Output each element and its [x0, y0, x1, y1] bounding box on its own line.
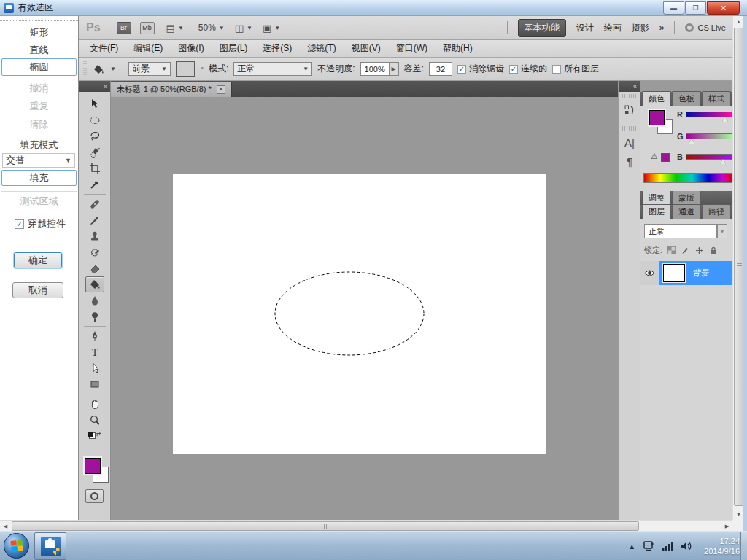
- paragraph-panel-icon[interactable]: ¶: [619, 152, 640, 171]
- taskbar-app-button[interactable]: [34, 532, 66, 560]
- clear-button[interactable]: 清除: [0, 118, 78, 131]
- scroll-up-icon[interactable]: ▲: [733, 16, 744, 27]
- spinner-arrow-icon[interactable]: ▶: [390, 62, 399, 76]
- spot-healing-brush-tool[interactable]: [85, 196, 104, 212]
- dock-expand-icon[interactable]: «: [619, 81, 640, 92]
- eyedropper-tool[interactable]: [85, 176, 104, 192]
- layer-thumbnail[interactable]: [663, 264, 685, 282]
- default-colors-icon[interactable]: ⇄: [88, 429, 101, 438]
- character-panel-icon[interactable]: A|: [619, 133, 640, 152]
- type-tool[interactable]: T: [85, 344, 104, 360]
- blue-slider-handle[interactable]: [720, 159, 726, 164]
- tolerance-input[interactable]: 32: [429, 62, 452, 76]
- menu-filter[interactable]: 滤镜(T): [307, 42, 336, 55]
- contiguous-checkbox[interactable]: ✓ 连续的: [509, 63, 547, 75]
- brush-tool[interactable]: [85, 212, 104, 228]
- hand-tool[interactable]: [85, 396, 104, 412]
- menu-file[interactable]: 文件(F): [90, 42, 118, 55]
- tab-channels[interactable]: 通道: [672, 204, 701, 219]
- scroll-right-icon[interactable]: ▶: [721, 521, 732, 532]
- gamut-color-swatch[interactable]: [661, 153, 670, 162]
- grip-handle[interactable]: [622, 126, 637, 131]
- mode-select[interactable]: 正常 ▼: [233, 62, 312, 76]
- tab-close-icon[interactable]: ✕: [217, 85, 225, 94]
- document-tab[interactable]: 未标题-1 @ 50%(RGB/8) * ✕: [111, 82, 232, 97]
- horizontal-scrollbar[interactable]: ◀ ▶: [0, 520, 732, 531]
- path-selection-tool[interactable]: [85, 360, 104, 376]
- tab-color[interactable]: 颜色: [642, 91, 671, 106]
- workspace-essentials[interactable]: 基本功能: [518, 19, 566, 37]
- screen-mode-icon[interactable]: ▣: [263, 23, 271, 34]
- maximize-button[interactable]: ❐: [685, 1, 706, 15]
- chevron-down-icon[interactable]: ▼: [274, 25, 280, 31]
- menu-edit[interactable]: 编辑(E): [133, 42, 163, 55]
- close-button[interactable]: ✕: [707, 1, 740, 15]
- lock-all-icon[interactable]: [708, 246, 718, 255]
- minimize-button[interactable]: ▬: [663, 1, 684, 15]
- crop-tool[interactable]: [85, 160, 104, 176]
- grip-handle[interactable]: [83, 61, 87, 77]
- cs-live-button[interactable]: CS Live: [685, 23, 726, 32]
- title-bar[interactable]: 有效选区 ▬ ❐ ✕: [0, 0, 747, 16]
- workspace-design[interactable]: 设计: [576, 22, 594, 34]
- document-canvas[interactable]: [173, 174, 546, 454]
- menu-select[interactable]: 选择(S): [263, 42, 292, 55]
- mini-bridge-button[interactable]: Mb: [140, 22, 155, 34]
- horizontal-scroll-thumb[interactable]: [12, 521, 639, 531]
- move-tool[interactable]: [85, 96, 104, 112]
- color-spectrum-ramp[interactable]: [643, 173, 733, 183]
- menu-image[interactable]: 图像(I): [178, 42, 204, 55]
- foreground-color-swatch[interactable]: [85, 458, 101, 474]
- tab-paths[interactable]: 路径: [702, 204, 731, 219]
- undo-button[interactable]: 撤消: [0, 82, 78, 95]
- all-layers-checkbox[interactable]: 所有图层: [552, 63, 599, 75]
- menu-window[interactable]: 窗口(W): [396, 42, 427, 55]
- rectangle-tool[interactable]: [85, 376, 104, 392]
- tab-swatches[interactable]: 色板: [672, 91, 701, 106]
- foreground-color-swatch[interactable]: [649, 110, 665, 125]
- volume-icon[interactable]: [681, 541, 692, 551]
- tab-layers[interactable]: 图层: [642, 204, 671, 219]
- vertical-scroll-thumb[interactable]: [734, 28, 743, 506]
- ok-button[interactable]: 确定: [14, 252, 62, 268]
- clock[interactable]: 17:24 2014/9/16: [704, 536, 740, 556]
- opacity-field[interactable]: 100% ▶: [360, 62, 399, 76]
- bridge-button[interactable]: Br: [117, 22, 131, 34]
- show-desktop-button[interactable]: [740, 532, 747, 560]
- clone-stamp-tool[interactable]: [85, 228, 104, 244]
- quick-selection-tool[interactable]: [85, 144, 104, 160]
- chevron-down-icon[interactable]: ▼: [247, 25, 252, 31]
- anti-alias-checkbox[interactable]: ✓ 消除锯齿: [457, 63, 504, 75]
- menu-help[interactable]: 帮助(H): [443, 42, 473, 55]
- hidden-icons-chevron[interactable]: ▲: [628, 542, 635, 551]
- gamut-warning-icon[interactable]: ⚠: [651, 152, 658, 161]
- green-slider-handle[interactable]: [689, 139, 694, 144]
- elliptical-marquee-tool[interactable]: [85, 112, 104, 128]
- lasso-tool[interactable]: [85, 128, 104, 144]
- view-extras-icon[interactable]: ▤: [166, 23, 175, 34]
- layer-selected-area[interactable]: 背景: [659, 261, 733, 285]
- blue-slider[interactable]: [686, 154, 733, 160]
- menu-layer[interactable]: 图层(L): [220, 42, 248, 55]
- paint-bucket-tool[interactable]: [85, 276, 104, 292]
- tab-masks[interactable]: 蒙版: [672, 190, 701, 205]
- cancel-button[interactable]: 取消: [12, 282, 63, 298]
- tab-adjustments[interactable]: 调整: [642, 190, 671, 205]
- line-button[interactable]: 直线: [0, 44, 78, 57]
- zoom-level[interactable]: 50%: [198, 23, 216, 33]
- redo-button[interactable]: 重复: [0, 100, 78, 113]
- blend-mode-select[interactable]: 正常 ▼: [644, 224, 717, 238]
- workspace-photography[interactable]: 摄影: [632, 22, 649, 34]
- opacity-value[interactable]: 100%: [360, 62, 390, 76]
- vertical-scrollbar[interactable]: ▲ ▼: [732, 16, 743, 520]
- quick-mask-button[interactable]: [85, 489, 104, 503]
- scroll-left-icon[interactable]: ◀: [0, 521, 11, 532]
- network-wired-icon[interactable]: [643, 541, 654, 551]
- arrange-documents-icon[interactable]: ◫: [235, 23, 244, 34]
- scroll-down-icon[interactable]: ▼: [733, 509, 744, 520]
- layer-visibility-toggle[interactable]: [640, 261, 659, 285]
- chevron-down-icon[interactable]: ▼: [219, 25, 225, 31]
- fill-mode-select[interactable]: 交替 ▼: [2, 153, 75, 168]
- eraser-tool[interactable]: [85, 260, 104, 276]
- grip-handle[interactable]: [622, 94, 637, 98]
